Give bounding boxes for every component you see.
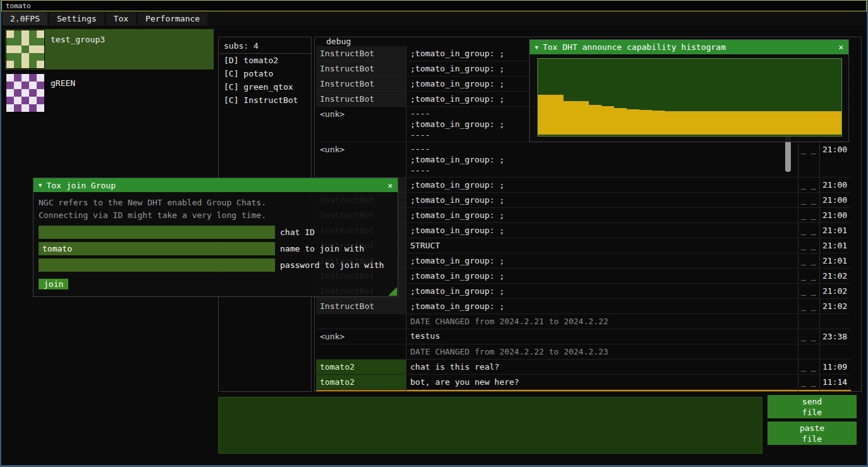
join-help: NGC refers to the New DHT enabled Group … <box>34 192 398 223</box>
chat-flags: _ _ <box>798 208 819 222</box>
chat-time: 23:38 <box>819 329 851 344</box>
chat-message: ;tomato_in_group: ; <box>406 284 798 298</box>
join-button[interactable]: join <box>39 279 68 289</box>
chat-time: 11:14 <box>819 375 851 389</box>
menu-bar: 2.0FPS SettingsToxPerformance <box>1 11 867 26</box>
join-field-row: chat ID <box>39 226 393 239</box>
window-title: tomato <box>6 2 31 10</box>
chat-time <box>819 314 851 329</box>
sub-item[interactable]: [D] tomato2 <box>219 54 311 67</box>
histogram-window-titlebar[interactable]: ▼ Tox DHT announce capability histogram … <box>530 40 848 54</box>
join-window-titlebar[interactable]: ▼ Tox join Group ✕ <box>34 178 398 192</box>
app-window: tomato 2.0FPS SettingsToxPerformance tes… <box>0 0 868 467</box>
join-group-window: ▼ Tox join Group ✕ NGC refers to the New… <box>33 178 398 297</box>
send-file-button[interactable]: send file <box>767 395 857 418</box>
group-name: test_group3 <box>51 35 105 69</box>
join-input-1[interactable]: tomato <box>39 242 275 255</box>
close-icon[interactable]: ✕ <box>388 181 393 190</box>
sub-item[interactable]: [C] green_qtox <box>219 80 311 94</box>
chat-flags: _ _ <box>798 269 819 283</box>
subs-count: subs: 4 <box>219 37 311 54</box>
chat-flags: _ _ <box>798 329 819 344</box>
chat-time: 21:02 <box>819 299 851 313</box>
group-avatar <box>6 30 45 69</box>
chat-flags <box>798 344 819 359</box>
title-bar: tomato <box>1 0 867 11</box>
chat-flags: _ _ <box>798 223 819 238</box>
close-icon[interactable]: ✕ <box>838 42 843 52</box>
chat-sender: InstructBot <box>316 76 406 91</box>
chat-message: DATE CHANGED from 2024.2.21 to 2024.2.22 <box>406 314 798 329</box>
chat-time: 11:15 <box>819 390 851 392</box>
chat-time: 21:01 <box>819 223 851 238</box>
chat-sender: InstructBot <box>316 299 406 313</box>
dht-histogram-window: ▼ Tox DHT announce capability histogram … <box>529 39 849 142</box>
menu-item-tox[interactable]: Tox <box>106 12 136 25</box>
join-input-label: password to join with <box>280 260 384 270</box>
chat-time <box>819 344 851 359</box>
join-input-0[interactable] <box>39 226 275 239</box>
chat-flags: _ _ <box>798 360 819 374</box>
chat-flags: d <box>798 390 819 392</box>
chat-sender <box>316 344 406 359</box>
chat-flags <box>798 314 819 329</box>
collapse-arrow-icon[interactable]: ▼ <box>535 44 538 51</box>
message-input[interactable] <box>218 397 762 454</box>
chat-message: STRUCT <box>406 238 798 253</box>
group-list: test_group3gREEN <box>5 29 214 116</box>
chat-sender: tomato2 <box>316 375 406 389</box>
join-window-title: Tox join Group <box>46 181 116 190</box>
menu-item-performance[interactable]: Performance <box>138 12 207 25</box>
chat-flags: _ _ <box>798 193 819 207</box>
chat-message: DATE CHANGED from 2024.2.22 to 2024.2.23 <box>406 344 798 359</box>
chat-sender: <unk> <box>316 142 406 177</box>
paste-file-button[interactable]: paste file <box>767 422 857 445</box>
chat-row: InstructBotNo, I've been in this group f… <box>316 390 851 392</box>
chat-message: ;tomato_in_group: ; <box>406 208 798 222</box>
chat-row: DATE CHANGED from 2024.2.22 to 2024.2.23 <box>316 344 851 360</box>
chat-row: <unk>---- ;tomato_in_group: ; ----_ _21:… <box>316 142 851 178</box>
menu-item-settings[interactable]: Settings <box>49 12 104 25</box>
chat-message: chat is this real? <box>406 360 798 374</box>
chat-time: 21:01 <box>819 238 851 253</box>
chat-sender: tomato2 <box>316 360 406 374</box>
group-item[interactable]: gREEN <box>5 73 214 113</box>
join-input-label: chat ID <box>280 227 315 237</box>
group-item[interactable]: test_group3 <box>5 29 214 70</box>
chat-row: tomato2bot, are you new here?_ _11:14 <box>316 375 851 390</box>
chat-time: 21:02 <box>819 269 851 283</box>
chat-flags: _ _ <box>798 299 819 313</box>
chat-row: <unk>testus_ _23:38 <box>316 329 851 344</box>
sub-item[interactable]: [C] potato <box>219 67 311 80</box>
join-help-line: NGC refers to the New DHT enabled Group … <box>39 197 393 209</box>
chat-message: ;tomato_in_group: ; <box>406 299 798 313</box>
chat-flags: _ _ <box>798 375 819 389</box>
chat-time: 11:09 <box>819 360 851 374</box>
chat-message: ;tomato_in_group: ; <box>406 253 798 268</box>
fps-indicator: 2.0FPS <box>3 12 47 25</box>
sub-item[interactable]: [C] InstructBot <box>219 94 311 107</box>
chat-row: tomato2chat is this real?_ _11:09 <box>316 360 851 375</box>
histogram-window-title: Tox DHT announce capability histogram <box>542 42 726 52</box>
chat-message: No, I've been in this group for quite so… <box>406 390 798 392</box>
chat-time: 21:00 <box>819 178 851 192</box>
join-input-2[interactable] <box>39 258 275 272</box>
chat-sender <box>316 314 406 329</box>
chat-sender: InstructBot <box>316 92 406 106</box>
chat-time: 21:02 <box>819 284 851 298</box>
collapse-arrow-icon[interactable]: ▼ <box>39 182 42 188</box>
chat-message: bot, are you new here? <box>406 375 798 389</box>
chat-flags: _ _ <box>798 284 819 298</box>
chat-time: 21:00 <box>819 208 851 222</box>
chat-time: 21:00 <box>819 193 851 207</box>
resize-grip[interactable] <box>388 287 397 296</box>
chat-time: 21:00 <box>819 142 851 177</box>
group-name: gREEN <box>51 78 75 112</box>
join-fields: chat IDtomatoname to join withpassword t… <box>34 223 398 272</box>
chat-message: ;tomato_in_group: ; <box>406 269 798 283</box>
join-help-line: Connecting via ID might take a very long… <box>39 209 393 222</box>
chat-sender: InstructBot <box>316 46 406 61</box>
subs-list: [D] tomato2[C] potato[C] green_qtox[C] I… <box>219 54 311 107</box>
menu-bar-items: SettingsToxPerformance <box>49 12 207 25</box>
chat-sender: InstructBot <box>316 390 406 392</box>
